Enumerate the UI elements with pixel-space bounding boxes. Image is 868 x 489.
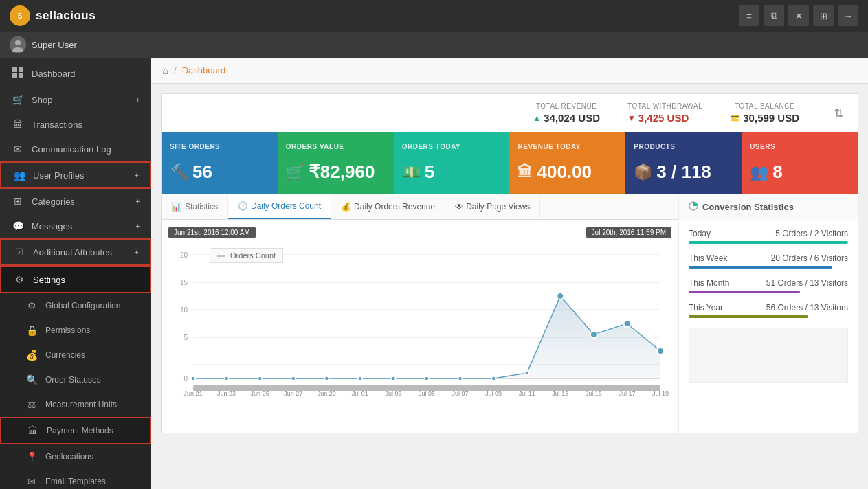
- chart-statistics-label: 📊 Statistics: [162, 195, 228, 218]
- home-icon[interactable]: ⌂: [162, 65, 168, 76]
- sidebar-item-userprofiles[interactable]: 👥 User Profiles +: [0, 161, 151, 189]
- svg-text:Jun 21: Jun 21: [183, 390, 202, 397]
- logout-button[interactable]: →: [838, 5, 858, 26]
- svg-text:Jul 07: Jul 07: [452, 390, 469, 397]
- sidebar-item-messages[interactable]: 💬 Messages +: [0, 214, 151, 238]
- transactions-icon: 🏛: [11, 119, 25, 130]
- svg-point-32: [525, 371, 529, 375]
- dashboard-label: Dashboard: [32, 69, 76, 79]
- sidebar: Dashboard 🛒 Shop + 🏛 Transactions ✉ Comm…: [0, 58, 151, 489]
- breadcrumb-separator: /: [174, 65, 177, 76]
- shop-icon: 🛒: [11, 94, 25, 105]
- sidebar-item-emailtemplates[interactable]: ✉ Email Templates: [0, 469, 151, 489]
- username: Super User: [32, 40, 77, 50]
- revenue-today-icon: 🏛: [518, 163, 533, 181]
- chart-tabs: 📊 Statistics 🕐 Daily Orders Count 💰 Dail…: [162, 194, 678, 220]
- logo: S sellacious: [10, 5, 96, 26]
- stat-box-orders-value: ORDERS VALUE 🛒 ₹82,960: [278, 132, 394, 194]
- svg-text:S: S: [18, 12, 23, 20]
- svg-text:Jul 19: Jul 19: [652, 390, 669, 397]
- conv-bar-week: [689, 266, 832, 269]
- sidebar-item-attributes[interactable]: ☑ Additional Attributes +: [0, 238, 151, 266]
- userprofiles-icon: 👥: [12, 170, 26, 181]
- avatar: [10, 36, 26, 53]
- orders-value-icon: 🛒: [286, 163, 304, 181]
- total-withdrawal-value: ▼ 3,425 USD: [627, 112, 702, 124]
- settings-label: Settings: [33, 275, 65, 285]
- conv-year-label: This Year: [689, 303, 723, 312]
- sidebar-item-settings[interactable]: ⚙ Settings −: [0, 266, 151, 293]
- conv-week-label: This Week: [689, 253, 727, 263]
- globalconfig-label: Global Configuration: [45, 301, 120, 310]
- geolocations-label: Geolocations: [45, 452, 93, 462]
- conv-week-value: 20 Orders / 6 Visitors: [771, 253, 849, 263]
- chart-date-end: Jul 20th, 2016 11:59 PM: [586, 227, 671, 238]
- joomla-button[interactable]: ✕: [788, 5, 809, 26]
- expand-button[interactable]: ⊞: [813, 5, 834, 26]
- orders-value-value: 🛒 ₹82,960: [286, 161, 386, 183]
- sidebar-item-currencies[interactable]: 💰 Currencies: [0, 343, 151, 367]
- orderstatuses-icon: 🔍: [25, 374, 38, 385]
- conv-month-value: 51 Orders / 13 Visitors: [766, 278, 848, 288]
- products-icon: 📦: [634, 163, 652, 181]
- svg-point-27: [358, 376, 362, 380]
- revenue-trend-icon: ▲: [533, 113, 541, 123]
- svg-text:Jun 27: Jun 27: [284, 390, 302, 397]
- stat-box-orders-today: ORDERS TODAY 💵 5: [394, 132, 510, 194]
- attributes-icon: ☑: [12, 247, 26, 258]
- svg-rect-5: [19, 67, 23, 72]
- svg-point-3: [15, 40, 21, 45]
- attributes-expand-icon: +: [135, 248, 139, 256]
- total-balance-label: TOTAL BALANCE: [730, 102, 799, 110]
- orders-today-value: 💵 5: [402, 161, 502, 183]
- sidebar-item-orderstatuses[interactable]: 🔍 Order Statuses: [0, 367, 151, 392]
- sidebar-item-geolocations[interactable]: 📍 Geolocations: [0, 444, 151, 469]
- settings-icon: ⚙: [12, 274, 26, 285]
- sidebar-item-measurement[interactable]: ⚖ Measurement Units: [0, 392, 151, 417]
- sidebar-item-communication[interactable]: ✉ Communication Log: [0, 137, 151, 161]
- messages-label: Messages: [32, 221, 72, 231]
- conv-row-month: This Month 51 Orders / 13 Visitors: [689, 278, 848, 293]
- total-withdrawal: TOTAL WITHDRAWAL ▼ 3,425 USD: [627, 102, 702, 124]
- new-window-button[interactable]: ⧉: [764, 5, 784, 26]
- conv-chart-placeholder: [689, 328, 848, 383]
- stat-boxes: SITE ORDERS 🔨 56 ORDERS VALUE 🛒 ₹82,960 …: [161, 132, 858, 194]
- svg-point-26: [324, 376, 329, 380]
- sidebar-item-globalconfig[interactable]: ⚙ Global Configuration: [0, 293, 151, 318]
- sidebar-item-transactions[interactable]: 🏛 Transactions: [0, 112, 151, 137]
- sidebar-item-payment[interactable]: 🏛 Payment Methods: [0, 417, 151, 444]
- topbar: S sellacious ≡ ⧉ ✕ ⊞ →: [0, 0, 868, 32]
- total-balance-value: 💳 30,599 USD: [730, 112, 799, 124]
- conv-today-value: 5 Orders / 2 Visitors: [775, 229, 848, 238]
- attributes-label: Additional Attributes: [33, 247, 112, 258]
- emailtemplates-label: Email Templates: [45, 477, 106, 486]
- bar-chart-icon: 📊: [171, 202, 181, 212]
- tab-daily-orders-revenue[interactable]: 💰 Daily Orders Revenue: [331, 195, 445, 218]
- total-revenue-value: ▲ 34,024 USD: [533, 112, 600, 124]
- svg-point-25: [291, 376, 296, 380]
- menu-button[interactable]: ≡: [739, 5, 759, 26]
- orders-value-label: ORDERS VALUE: [286, 143, 386, 150]
- sidebar-item-dashboard[interactable]: Dashboard: [0, 60, 151, 87]
- permissions-label: Permissions: [45, 326, 90, 335]
- categories-expand-icon: +: [136, 197, 140, 205]
- total-revenue-label: TOTAL REVENUE: [533, 102, 600, 110]
- sidebar-item-categories[interactable]: ⊞ Categories +: [0, 189, 151, 214]
- conversion-title: Conversion Statistics: [679, 194, 858, 220]
- products-label: PRODUCTS: [634, 143, 733, 150]
- emailtemplates-icon: ✉: [25, 476, 38, 487]
- sort-icon[interactable]: ⇅: [834, 106, 844, 121]
- conv-bar-year: [689, 315, 808, 318]
- users-icon: 👥: [750, 163, 768, 181]
- svg-point-36: [657, 348, 664, 354]
- globalconfig-icon: ⚙: [25, 300, 38, 311]
- stat-box-products: PRODUCTS 📦 3 / 118: [625, 132, 742, 194]
- svg-point-34: [590, 331, 597, 338]
- settings-expand-icon: −: [135, 275, 139, 284]
- sidebar-item-permissions[interactable]: 🔒 Permissions: [0, 318, 151, 343]
- sidebar-item-shop[interactable]: 🛒 Shop +: [0, 87, 151, 112]
- tab-daily-orders-count[interactable]: 🕐 Daily Orders Count: [228, 194, 331, 219]
- payment-icon: 🏛: [26, 425, 40, 436]
- svg-point-29: [425, 376, 429, 380]
- tab-daily-page-views[interactable]: 👁 Daily Page Views: [445, 195, 540, 218]
